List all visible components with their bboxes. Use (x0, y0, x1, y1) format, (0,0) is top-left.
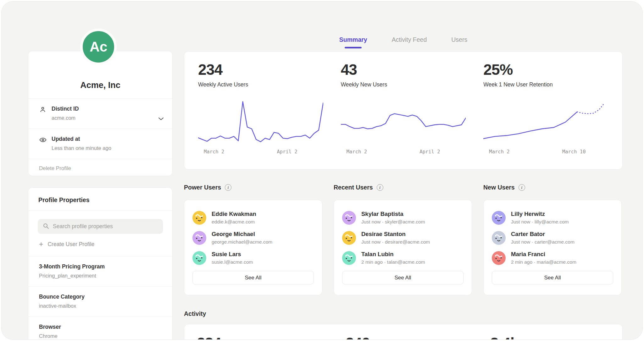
activity-heading: Activity (184, 310, 206, 317)
search-placeholder: Search profile properties (53, 223, 113, 230)
search-input[interactable]: Search profile properties (38, 219, 163, 234)
power-users-heading: Power Users i (184, 184, 231, 191)
see-all-button[interactable]: See All (492, 271, 613, 284)
see-all-button[interactable]: See All (342, 271, 464, 284)
person-icon (39, 106, 47, 121)
user-list-item[interactable]: Carter Bator Just now · carter@acme.com (492, 231, 613, 245)
search-icon (43, 223, 49, 230)
create-user-profile-button[interactable]: + Create User Profile (39, 241, 163, 248)
activity-stat: 234 (197, 334, 221, 340)
stat-value: 25% (483, 61, 608, 78)
user-list-item[interactable]: Susie Lars susie.l@acme.com (192, 251, 314, 265)
screen: Ac Acme, Inc Distinct ID acme.com (0, 0, 644, 341)
user-avatar (492, 231, 506, 245)
info-icon[interactable]: i (519, 184, 525, 191)
info-icon[interactable]: i (225, 184, 231, 191)
stat-weekly-new-users: 43 Weekly New Users March 2 April 2 (332, 61, 475, 165)
tab-activity-feed[interactable]: Activity Feed (392, 36, 427, 48)
user-avatar (192, 251, 206, 265)
recent-users-heading: Recent Users i (334, 184, 383, 191)
property-item[interactable]: Browser Chrome (28, 316, 172, 340)
user-list-item[interactable]: Maria Franci 2 min ago · maria@acme.com (492, 251, 613, 265)
app-frame: Ac Acme, Inc Distinct ID acme.com (1, 1, 643, 340)
org-avatar: Ac (80, 29, 117, 65)
user-avatar (342, 211, 356, 225)
new-users-card: Lilly Herwitz Just now · lilly@acme.com … (483, 200, 622, 295)
profile-properties-card: Profile Properties Search profile proper… (28, 187, 173, 340)
user-list-item[interactable]: Skylar Baptista Just now · skyler@acme.c… (342, 211, 464, 225)
user-avatar (492, 211, 506, 225)
updated-at-row: Updated at Less than one minute ago (28, 129, 172, 159)
week1-retention-sparkline (483, 98, 608, 146)
stat-week1-retention: 25% Week 1 New User Retention March 2 Ma… (475, 61, 617, 165)
x-axis: March 2 March 10 (483, 149, 608, 156)
stat-label: Weekly Active Users (198, 81, 323, 88)
user-avatar (492, 251, 506, 265)
updated-at-value: Less than one minute ago (52, 145, 111, 151)
user-avatar (192, 211, 206, 225)
user-list-item[interactable]: Lilly Herwitz Just now · lilly@acme.com (492, 211, 613, 225)
stat-label: Week 1 New User Retention (483, 81, 608, 88)
new-users-heading: New Users i (483, 184, 525, 191)
x-axis: March 2 April 2 (198, 149, 323, 156)
profile-properties-title: Profile Properties (28, 188, 172, 211)
delete-profile-button[interactable]: Delete Profile (28, 159, 172, 179)
stat-value: 43 (341, 61, 466, 78)
plus-icon: + (39, 241, 43, 248)
info-icon[interactable]: i (377, 184, 383, 191)
distinct-id-label: Distinct ID (52, 106, 79, 112)
activity-card: 234 240 3.4k (184, 324, 623, 340)
stat-value: 234 (198, 61, 323, 78)
weekly-new-users-sparkline (341, 98, 466, 146)
updated-at-label: Updated at (52, 136, 111, 142)
activity-stat: 240 (346, 334, 370, 340)
tab-users[interactable]: Users (451, 36, 467, 48)
create-user-profile-label: Create User Profile (47, 241, 94, 248)
eye-icon (39, 136, 47, 151)
user-list-item[interactable]: Desirae Stanton Just now · desirare@acme… (342, 231, 464, 245)
property-item[interactable]: Bounce Category inactive-mailbox (28, 286, 172, 316)
tab-summary[interactable]: Summary (339, 36, 367, 48)
power-users-card: Eddie Kwakman eddie.k@acme.com George Mi… (184, 200, 322, 295)
property-item[interactable]: 3-Month Pricing Program Pricing_plan_exp… (28, 256, 172, 286)
distinct-id-row[interactable]: Distinct ID acme.com (28, 98, 172, 129)
distinct-id-value: acme.com (52, 115, 79, 121)
user-avatar (342, 231, 356, 245)
stat-weekly-active-users: 234 Weekly Active Users March 2 April 2 (189, 61, 332, 165)
tab-bar: Summary Activity Feed Users (184, 36, 623, 48)
see-all-button[interactable]: See All (192, 271, 314, 284)
profile-card: Acme, Inc Distinct ID acme.com (28, 51, 173, 176)
stat-label: Weekly New Users (341, 81, 466, 88)
user-avatar (342, 251, 356, 265)
x-axis: March 2 April 2 (341, 149, 466, 156)
user-list-item[interactable]: Eddie Kwakman eddie.k@acme.com (192, 211, 314, 225)
user-avatar (192, 231, 206, 245)
user-list-item[interactable]: George Michael george.michael@acme.com (192, 231, 314, 245)
recent-users-card: Skylar Baptista Just now · skyler@acme.c… (334, 200, 472, 295)
profile-name: Acme, Inc (80, 80, 120, 90)
summary-stats-card: 234 Weekly Active Users March 2 April 2 … (184, 51, 623, 170)
activity-stat: 3.4k (490, 334, 518, 340)
user-list-item[interactable]: Talan Lubin 2 min ago · talan@acme.com (342, 251, 464, 265)
weekly-active-users-sparkline (198, 98, 323, 146)
chevron-down-icon[interactable] (158, 116, 164, 122)
